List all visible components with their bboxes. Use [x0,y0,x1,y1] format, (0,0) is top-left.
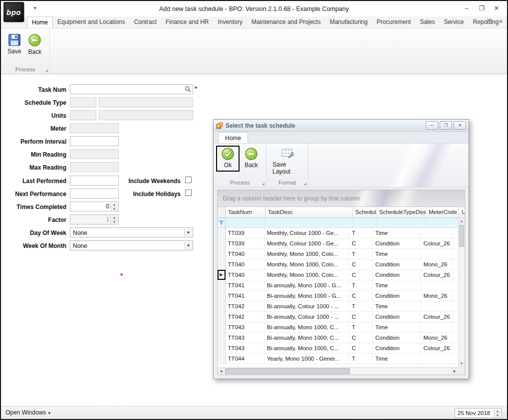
cell-taskdesc[interactable]: Bi-annually, Colour 1000 - ... [264,312,349,322]
cell-scheduletypedesc[interactable]: Time [373,249,421,259]
spinner-up-icon[interactable]: ▲ [494,409,501,413]
column-header-u[interactable]: U [459,207,465,217]
column-header-scheduletypedesc[interactable]: ScheduleTypeDesc [377,207,426,217]
include-holidays-checkbox[interactable] [185,190,192,196]
cell-tasknum[interactable]: TT041 [226,280,264,290]
row-indicator[interactable] [218,238,226,248]
table-row[interactable]: TT043Bi-annually, Mono 1000, C...CCondit… [218,333,458,343]
spinner-down-icon[interactable]: ▼ [494,413,501,418]
cell-tasknum[interactable]: TT040 [226,249,264,259]
cell-u[interactable] [453,259,458,269]
row-indicator[interactable] [218,354,226,364]
cell-taskdesc[interactable]: Monthly, Colour 1000 - Ge... [264,238,349,248]
cell-u[interactable] [453,333,458,343]
dialog-minimize-icon[interactable]: — [426,121,438,130]
cell-tasknum[interactable]: TT040 [226,259,264,269]
group-by-panel[interactable]: Drag a column header here to group by th… [218,190,465,207]
row-indicator-focused[interactable]: ▶ [218,270,226,280]
cell-scheduletype[interactable]: C [349,333,373,343]
back-button[interactable]: Back [24,31,45,56]
cell-tasknum[interactable]: TT039 [226,228,264,238]
cell-u[interactable] [453,280,458,290]
row-indicator[interactable] [218,322,226,332]
cell-scheduletypedesc[interactable]: Time [373,280,421,290]
cell-u[interactable] [453,312,458,322]
spinner-down-icon[interactable]: ▼ [111,207,118,211]
max-reading-input[interactable] [70,162,119,172]
cell-tasknum[interactable]: TT042 [226,301,264,311]
scroll-down-icon[interactable]: ▼ [459,361,465,367]
ribbon-tab-sales[interactable]: Sales [415,16,439,28]
ok-button[interactable]: Ok [216,146,240,172]
cell-tasknum[interactable]: TT044 [226,354,264,364]
cell-taskdesc[interactable]: Bi-annually, Colour 1000 - ... [264,301,349,311]
cell-u[interactable] [453,249,458,259]
last-performed-input[interactable] [70,176,119,186]
cell-scheduletype[interactable]: C [349,343,373,353]
filter-cell-taskdesc[interactable] [265,218,353,227]
column-header-scheduletype[interactable]: ScheduleType [353,207,377,217]
week-of-month-select[interactable]: None ▼ [70,240,193,250]
cell-metercode[interactable] [421,322,453,332]
perform-interval-input[interactable] [70,136,119,146]
column-header-tasknum[interactable]: TaskNum [226,207,265,217]
cell-metercode[interactable] [421,354,453,364]
cell-metercode[interactable]: Mono_26 [421,291,453,301]
cell-scheduletypedesc[interactable]: Condition [373,238,421,248]
minimize-icon[interactable]: – [459,3,474,14]
chevron-down-icon[interactable]: ▼ [184,228,192,236]
table-row[interactable]: TT041Bi-annually, Mono 1000 - G...TTime [218,280,458,291]
scroll-right-icon[interactable]: ▶ [451,368,458,375]
cell-tasknum[interactable]: TT043 [226,333,264,343]
maximize-icon[interactable]: ❐ [474,3,489,14]
cell-scheduletypedesc[interactable]: Condition [373,343,421,353]
column-header-metercode[interactable]: MeterCode [426,207,459,217]
times-completed-stepper[interactable]: 0 ▲ ▼ [70,202,119,211]
cell-tasknum[interactable]: TT043 [226,322,264,332]
cell-u[interactable] [453,354,458,364]
cell-scheduletypedesc[interactable]: Condition [373,270,421,280]
spinner-up-icon[interactable]: ▲ [111,203,118,207]
cell-scheduletype[interactable]: C [349,259,373,269]
column-header-taskdesc[interactable]: TaskDesc [265,207,353,217]
table-row[interactable]: TT039Monthly, Colour 1000 - Ge...CCondit… [218,238,458,249]
row-indicator[interactable] [218,312,226,322]
cell-scheduletypedesc[interactable]: Condition [373,333,421,343]
cell-metercode[interactable]: Mono_26 [421,259,453,269]
ribbon-tab-finance-and-hr[interactable]: Finance and HR [161,16,214,28]
cell-u[interactable] [453,270,458,280]
row-indicator[interactable] [218,291,226,301]
cell-metercode[interactable]: Colour_26 [421,270,453,280]
task-num-input[interactable] [70,84,193,94]
filter-cell-metercode[interactable] [426,218,459,227]
cell-scheduletypedesc[interactable]: Condition [373,259,421,269]
horizontal-scrollbar[interactable]: ◀ ▶ [218,367,458,375]
cell-metercode[interactable] [421,280,453,290]
ribbon-tab-manufacturing[interactable]: Manufacturing [325,16,372,28]
cell-u[interactable] [453,291,458,301]
cell-taskdesc[interactable]: Bi-annually, Mono 1000, C... [264,343,349,353]
include-weekends-checkbox[interactable] [185,177,192,183]
units-desc-input[interactable] [99,110,193,120]
cell-tasknum[interactable]: TT041 [226,291,264,301]
cell-metercode[interactable]: Colour_26 [421,238,453,248]
table-row[interactable]: TT040Monthly, Mono 1000, Colo...CConditi… [218,259,458,270]
cell-u[interactable] [453,301,458,311]
dialog-maximize-icon[interactable]: ❐ [440,121,452,130]
cell-taskdesc[interactable]: Monthly, Colour 1000 - Ge... [264,228,349,238]
cell-tasknum[interactable]: TT043 [226,343,264,353]
cell-taskdesc[interactable]: Monthly, Mono 1000, Colo... [264,270,349,280]
cell-metercode[interactable]: Mono_26 [421,333,453,343]
table-row[interactable]: TT041Bi-annually, Mono 1000 - G...CCondi… [218,291,458,301]
cell-taskdesc[interactable]: Bi-annually, Mono 1000, C... [264,333,349,343]
search-icon[interactable] [185,86,191,92]
cell-scheduletype[interactable]: T [349,301,373,311]
cell-metercode[interactable]: Colour_26 [421,343,453,353]
open-windows-button[interactable]: Open Windows▾ [5,409,50,416]
save-layout-button[interactable]: Save Layout [269,146,305,176]
ribbon-close-icon[interactable]: ✕ [499,18,503,25]
ribbon-tab-procurement[interactable]: Procurement [372,16,416,28]
cell-u[interactable] [453,322,458,332]
cell-u[interactable] [453,238,458,248]
cell-metercode[interactable] [421,228,453,238]
